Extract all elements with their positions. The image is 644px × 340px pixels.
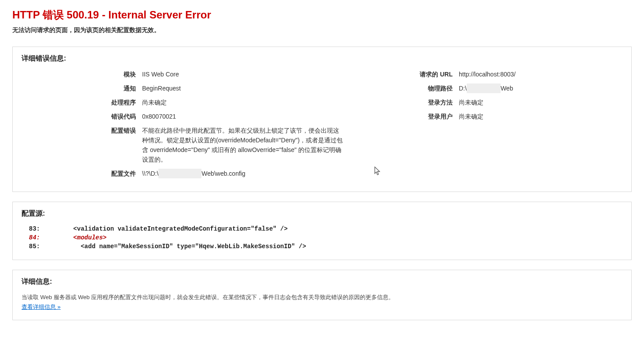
error-code-label: 错误代码 xyxy=(22,112,142,121)
config-error-label: 配置错误 xyxy=(22,126,142,135)
handler-value: 尚未确定 xyxy=(142,98,356,107)
module-label: 模块 xyxy=(22,69,142,79)
config-file-value: \\?\D:\xxxxxxxxxxxxxxWeb\web.config xyxy=(142,169,356,178)
physical-path-value: D:\xxxxxxxxxxxWeb xyxy=(459,83,622,93)
notification-label: 通知 xyxy=(22,83,142,93)
notification-value: BeginRequest xyxy=(142,83,356,93)
config-file-suffix: Web\web.config xyxy=(201,170,245,177)
iis-error-page: HTTP 错误 500.19 - Internal Server Error 无… xyxy=(0,0,644,340)
detailed-error-heading: 详细错误信息: xyxy=(22,54,622,63)
more-info-panel: 详细信息: 当读取 Web 服务器或 Web 应用程序的配置文件出现问题时，就会… xyxy=(12,270,632,320)
detailed-left-column: 模块 IIS Web Core 通知 BeginRequest 处理程序 尚未确… xyxy=(22,69,356,183)
requested-url-value: http://localhost:8003/ xyxy=(459,69,622,79)
config-source-code: 83: <validation validateIntegratedModeCo… xyxy=(22,224,622,251)
config-file-redacted: xxxxxxxxxxxxxx xyxy=(158,169,201,178)
config-file-prefix: \\?\D:\ xyxy=(142,170,158,177)
config-source-heading: 配置源: xyxy=(22,209,622,218)
config-source-panel: 配置源: 83: <validation validateIntegratedM… xyxy=(12,202,632,260)
login-method-value: 尚未确定 xyxy=(459,98,622,107)
config-source-line: 83: <validation validateIntegratedModeCo… xyxy=(22,224,622,233)
error-code-value: 0x80070021 xyxy=(142,112,356,121)
detailed-error-columns: 模块 IIS Web Core 通知 BeginRequest 处理程序 尚未确… xyxy=(22,69,622,183)
more-info-heading: 详细信息: xyxy=(22,277,622,286)
error-title: HTTP 错误 500.19 - Internal Server Error xyxy=(12,8,632,22)
handler-label: 处理程序 xyxy=(22,98,142,107)
login-user-label: 登录用户 xyxy=(373,112,459,121)
config-source-line: 85: <add name="MakeSessionID" type="Hqew… xyxy=(22,242,622,251)
login-user-value: 尚未确定 xyxy=(459,112,622,121)
requested-url-label: 请求的 URL xyxy=(373,69,459,79)
config-source-error-line: 84: <modules> xyxy=(22,233,622,242)
login-method-label: 登录方法 xyxy=(373,98,459,107)
config-file-label: 配置文件 xyxy=(22,169,142,178)
physical-path-redacted: xxxxxxxxxxx xyxy=(467,83,501,93)
config-error-value: 不能在此路径中使用此配置节。如果在父级别上锁定了该节，便会出现这种情况。锁定是默… xyxy=(142,126,344,164)
error-subtitle: 无法访问请求的页面，因为该页的相关配置数据无效。 xyxy=(12,26,632,34)
physical-path-label: 物理路径 xyxy=(373,83,459,93)
module-value: IIS Web Core xyxy=(142,69,356,79)
physical-path-prefix: D:\ xyxy=(459,85,467,92)
detailed-error-panel: 详细错误信息: 模块 IIS Web Core 通知 BeginRequest … xyxy=(12,47,632,192)
detailed-right-column: 请求的 URL http://localhost:8003/ 物理路径 D:\x… xyxy=(373,69,622,126)
physical-path-suffix: Web xyxy=(501,85,513,92)
more-info-text: 当读取 Web 服务器或 Web 应用程序的配置文件出现问题时，就会发生此错误。… xyxy=(22,293,622,302)
view-more-link[interactable]: 查看详细信息 » xyxy=(22,304,61,310)
